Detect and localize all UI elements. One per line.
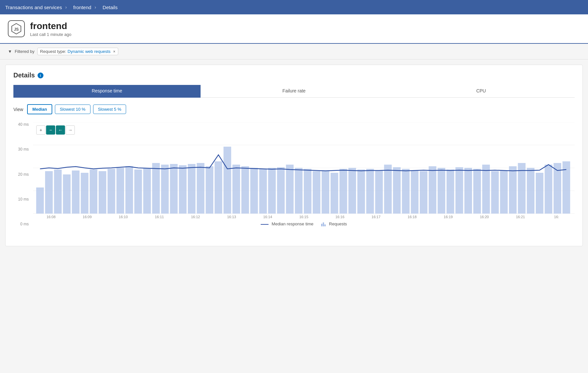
- pan-right-button[interactable]: →: [66, 125, 75, 135]
- x-label-16xx: 16:: [538, 215, 575, 219]
- breadcrumb-item-frontend[interactable]: frontend ›: [71, 5, 100, 10]
- svg-rect-33: [268, 168, 276, 214]
- legend-line-indicator: [261, 224, 269, 225]
- svg-rect-49: [411, 170, 418, 214]
- svg-rect-23: [179, 165, 187, 214]
- svg-rect-27: [215, 161, 222, 214]
- y-label-40ms: 40 ms: [13, 122, 31, 127]
- svg-rect-38: [313, 171, 320, 214]
- view-label: View: [13, 107, 23, 112]
- filter-bar: ▼ Filtered by Request type: Dynamic web …: [0, 44, 588, 59]
- filter-tag-key: Request type:: [40, 49, 66, 54]
- x-label-1610: 16:10: [105, 215, 141, 219]
- svg-rect-39: [322, 170, 329, 214]
- chevron-right-icon: ›: [65, 5, 67, 10]
- legend-bar-item: Requests: [321, 221, 347, 226]
- svg-rect-18: [134, 170, 142, 214]
- x-label-1613: 16:13: [214, 215, 250, 219]
- y-label-10ms: 10 ms: [13, 197, 31, 202]
- details-title: Details i: [13, 72, 575, 79]
- svg-rect-29: [233, 165, 240, 214]
- svg-rect-16: [117, 168, 124, 214]
- svg-rect-10: [63, 174, 71, 214]
- tab-failure-rate[interactable]: Failure rate: [201, 85, 388, 98]
- chart-container: 0 ms 10 ms 20 ms 30 ms 40 ms + − ← →: [13, 122, 575, 239]
- y-label-20ms: 20 ms: [13, 172, 31, 177]
- svg-rect-57: [482, 165, 490, 214]
- y-label-0ms: 0 ms: [13, 222, 31, 226]
- x-label-1609: 16:09: [69, 215, 106, 219]
- chart-area: + − ← →: [33, 122, 575, 214]
- view-slowest10-button[interactable]: Slowest 10 %: [55, 105, 90, 114]
- x-label-1619: 16:19: [430, 215, 466, 219]
- svg-rect-28: [223, 147, 231, 214]
- svg-rect-56: [473, 169, 481, 214]
- view-slowest5-button[interactable]: Slowest 5 %: [93, 105, 126, 114]
- view-median-button[interactable]: Median: [27, 104, 52, 114]
- svg-rect-17: [125, 166, 133, 214]
- breadcrumb: Transactions and services › frontend › D…: [0, 0, 588, 14]
- svg-rect-8: [45, 171, 53, 214]
- svg-rect-66: [563, 161, 570, 214]
- details-section: Details i Response time Failure rate CPU…: [5, 65, 583, 246]
- filter-tag-close-button[interactable]: ×: [113, 49, 115, 54]
- svg-rect-52: [438, 168, 445, 214]
- svg-rect-14: [99, 171, 106, 214]
- svg-rect-50: [420, 171, 427, 214]
- svg-rect-46: [384, 165, 392, 214]
- svg-rect-41: [339, 169, 347, 214]
- service-name: frontend: [30, 21, 71, 31]
- svg-rect-36: [295, 168, 302, 214]
- svg-rect-13: [90, 170, 97, 214]
- svg-rect-21: [161, 165, 169, 214]
- filter-tag-value: Dynamic web requests: [68, 49, 111, 54]
- tabs-row: Response time Failure rate CPU: [13, 85, 575, 98]
- svg-rect-40: [331, 173, 338, 214]
- x-label-1614: 16:14: [250, 215, 286, 219]
- svg-rect-25: [197, 163, 204, 214]
- filter-tag: Request type: Dynamic web requests ×: [37, 48, 119, 55]
- zoom-in-button[interactable]: +: [36, 125, 45, 135]
- svg-rect-11: [72, 170, 79, 214]
- y-label-30ms: 30 ms: [13, 147, 31, 152]
- svg-rect-64: [545, 165, 552, 214]
- chart-svg: [33, 122, 575, 214]
- zoom-out-button[interactable]: −: [46, 125, 55, 135]
- svg-rect-55: [465, 168, 472, 214]
- x-label-1621: 16:21: [502, 215, 539, 219]
- zoom-controls: + − ← →: [36, 125, 75, 135]
- x-labels: 16:08 16:09 16:10 16:11 16:12 16:13 16:1…: [33, 215, 575, 219]
- svg-rect-32: [259, 169, 267, 214]
- svg-rect-59: [500, 170, 508, 214]
- svg-rect-62: [527, 168, 534, 214]
- svg-rect-58: [491, 171, 498, 214]
- chart-y-labels: 0 ms 10 ms 20 ms 30 ms 40 ms: [13, 122, 31, 226]
- x-label-1608: 16:08: [33, 215, 69, 219]
- breadcrumb-item-transactions[interactable]: Transactions and services ›: [5, 5, 71, 10]
- x-label-1612: 16:12: [177, 215, 214, 219]
- svg-rect-35: [286, 165, 293, 214]
- info-icon[interactable]: i: [38, 73, 43, 78]
- legend-line-item: Median response time: [261, 221, 314, 226]
- svg-rect-43: [357, 170, 365, 214]
- svg-rect-7: [36, 187, 44, 214]
- nodejs-icon: JS: [8, 20, 25, 37]
- svg-rect-44: [366, 169, 374, 214]
- breadcrumb-item-details[interactable]: Details: [100, 5, 122, 10]
- svg-rect-22: [170, 164, 177, 214]
- svg-rect-45: [375, 170, 383, 214]
- svg-rect-60: [509, 166, 516, 214]
- svg-rect-47: [393, 167, 400, 214]
- chart-legend: Median response time Requests: [33, 221, 575, 226]
- x-label-1616: 16:16: [322, 215, 358, 219]
- svg-rect-37: [304, 169, 311, 214]
- svg-rect-54: [455, 167, 463, 214]
- svg-rect-63: [536, 173, 543, 214]
- filter-icon: ▼: [8, 49, 12, 54]
- last-call-text: Last call 1 minute ago: [30, 32, 71, 37]
- x-label-1617: 16:17: [358, 215, 394, 219]
- tab-response-time[interactable]: Response time: [13, 85, 201, 98]
- tab-cpu[interactable]: CPU: [387, 85, 575, 98]
- header-text: frontend Last call 1 minute ago: [30, 21, 71, 37]
- pan-left-button[interactable]: ←: [56, 125, 65, 135]
